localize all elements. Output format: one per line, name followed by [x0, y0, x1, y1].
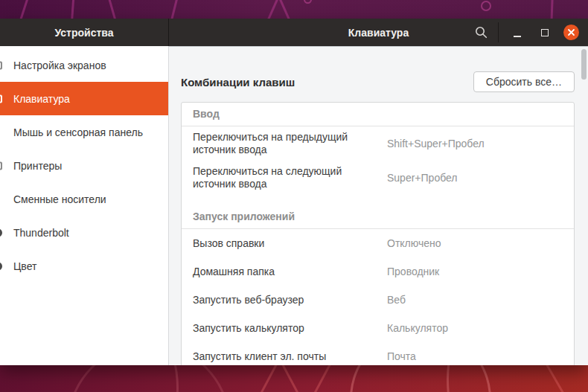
settings-window: Устройства Клавиатура: [0, 19, 588, 365]
sidebar-item-label: Сменные носители: [13, 193, 106, 205]
page-title: Комбинации клавиш: [181, 76, 295, 89]
sidebar-item-label: Thunderbolt: [13, 227, 69, 239]
scrollbar-thumb[interactable]: [581, 49, 587, 80]
keyboard-icon: [0, 94, 2, 103]
sidebar-item-label: Клавиатура: [13, 93, 70, 105]
search-icon[interactable]: [472, 24, 490, 42]
sidebar-item-label: Цвет: [13, 260, 36, 272]
shortcut-row[interactable]: Запустить калькулятор Калькулятор: [182, 314, 574, 342]
shortcut-value: Проводник: [387, 266, 439, 278]
shortcut-row[interactable]: Запустить клиент эл. почты Почта: [182, 342, 574, 365]
headerbar: Устройства Клавиатура: [0, 19, 588, 46]
shortcut-row[interactable]: Переключиться на предыдущий источник вво…: [182, 126, 574, 161]
sidebar-item-color[interactable]: Цвет: [0, 249, 168, 283]
headerbar-left-pane: Устройства: [0, 19, 169, 46]
shortcut-label: Запустить калькулятор: [193, 322, 377, 335]
shortcut-value: Почта: [387, 350, 416, 363]
wallpaper-bottom-strip: [0, 365, 588, 392]
sidebar-item-display[interactable]: Настройка экранов: [0, 48, 168, 82]
display-icon: [0, 61, 2, 69]
content-header: Комбинации клавиш Сбросить все…: [181, 71, 575, 92]
reset-all-button[interactable]: Сбросить все…: [473, 71, 575, 92]
sidebar-item-thunderbolt[interactable]: Thunderbolt: [0, 216, 168, 249]
sidebar-item-removable-media[interactable]: Сменные носители: [0, 182, 168, 216]
shortcut-label: Домашняя папка: [193, 266, 377, 278]
shortcut-row[interactable]: Переключиться на следующий источник ввод…: [182, 161, 574, 195]
sidebar-item-label: Мышь и сенсорная панель: [13, 126, 143, 138]
maximize-icon[interactable]: [536, 24, 554, 42]
shortcut-value: Калькулятор: [387, 322, 448, 335]
close-icon[interactable]: [563, 25, 579, 40]
shortcut-value: Отключено: [387, 237, 441, 250]
shortcut-row[interactable]: Домашняя папка Проводник: [182, 257, 574, 286]
color-icon: [0, 262, 2, 270]
wallpaper-top-strip: [0, 0, 588, 19]
sidebar-item-label: Настройка экранов: [13, 60, 106, 71]
shortcut-label: Запустить клиент эл. почты: [193, 350, 377, 363]
section-title: Ввод: [182, 103, 574, 126]
section-title: Запуск приложений: [182, 195, 574, 229]
sidebar: Настройка экранов Клавиатура Мышь и сенс…: [0, 46, 169, 365]
printer-icon: [0, 161, 2, 170]
shortcut-label: Запустить веб-браузер: [193, 294, 377, 306]
content-panel: Комбинации клавиш Сбросить все… Ввод Пер…: [169, 46, 588, 365]
sidebar-item-label: Принтеры: [13, 160, 62, 172]
shortcut-label: Вызов справки: [193, 237, 377, 250]
shortcut-row[interactable]: Вызов справки Отключено: [182, 229, 574, 257]
headerbar-separator: [498, 22, 499, 42]
shortcut-value: Веб: [387, 294, 406, 306]
shortcut-label: Переключиться на предыдущий источник вво…: [193, 131, 377, 156]
shortcut-section: Ввод Переключиться на предыдущий источни…: [182, 103, 574, 195]
sidebar-item-mouse[interactable]: Мышь и сенсорная панель: [0, 115, 168, 149]
shortcut-row[interactable]: Запустить веб-браузер Веб: [182, 286, 574, 314]
headerbar-right-pane: Клавиатура: [169, 19, 588, 46]
minimize-icon[interactable]: [508, 24, 526, 42]
shortcut-label: Переключиться на следующий источник ввод…: [193, 165, 377, 190]
shortcut-section: Запуск приложений Вызов справки Отключен…: [182, 195, 574, 365]
sidebar-item-printer[interactable]: Принтеры: [0, 149, 168, 182]
devices-pane-title: Устройства: [54, 27, 113, 39]
shortcut-value: Super+Пробел: [387, 172, 458, 184]
sidebar-item-keyboard[interactable]: Клавиатура: [0, 82, 168, 115]
window-body: Настройка экранов Клавиатура Мышь и сенс…: [0, 46, 588, 365]
window-controls: [472, 22, 588, 42]
shortcut-value: Shift+Super+Пробел: [387, 138, 485, 150]
shortcut-list: Ввод Переключиться на предыдущий источни…: [181, 102, 575, 365]
thunderbolt-icon: [0, 228, 2, 237]
